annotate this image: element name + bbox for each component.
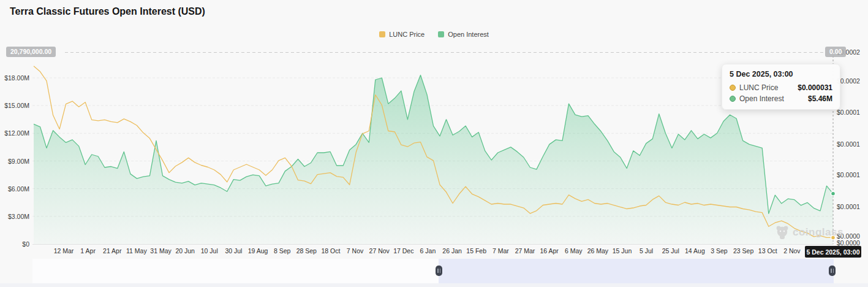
tooltip-row-lunc-price: LUNC Price $0.000031 [730,83,832,92]
legend-item-open-interest[interactable]: Open Interest [438,31,489,38]
x-axis-label: 18 Oct [321,247,340,254]
x-axis-label: 5 Jul [640,247,653,254]
x-axis-label: 15 Feb [466,247,486,254]
navigator-selected-region[interactable] [439,259,834,283]
tooltip: 5 Dec 2025, 03:00 LUNC Price $0.000031 O… [722,64,840,110]
navigator-unselected-region[interactable] [32,259,439,283]
legend: LUNC Price Open Interest [0,31,868,38]
lunc-price-swatch-icon [379,31,385,37]
y-axis-left-label: $15.00M [1,102,29,109]
y-axis-left-label: $12.00M [1,129,29,137]
crosshair-date-badge: 5 Dec 2025, 03:00 [805,246,861,258]
x-axis-label: 16 Apr [540,247,558,254]
x-axis-label: 6 May [565,247,583,254]
plot-area[interactable] [34,52,833,244]
x-axis-label: 31 May [150,247,171,254]
x-axis-label: 8 Sep [274,247,290,254]
y-axis-right-label: $0.0001 [837,109,860,116]
x-axis-label: 10 Jul [201,247,218,254]
y-axis-left-label: $9.00M [1,158,29,165]
tooltip-row-open-interest: Open Interest $5.46M [730,94,832,103]
x-axis-label: 13 Oct [758,247,777,254]
x-axis-label: 3 Sep [711,247,727,254]
lunc-price-dot-icon [730,85,736,91]
legend-label: Open Interest [448,31,489,38]
tooltip-title: 5 Dec 2025, 03:00 [730,70,832,78]
x-axis-label: 7 Nov [347,247,363,254]
chart-title: Terra Classic Futures Open Interest (USD… [10,6,205,17]
x-axis-label: 7 Mar [492,247,509,254]
x-axis-label: 20 Jun [175,247,195,254]
bottom-strip [0,283,868,287]
x-axis-label: 17 Dec [393,247,413,254]
y-axis-right-label: $0.0001 [837,140,860,148]
open-interest-swatch-icon [438,31,444,37]
right-axis-top-badge: 0.00 [825,47,846,57]
x-axis-label: 30 Jul [225,247,242,254]
x-axis-label: 25 Jul [662,247,679,254]
x-axis-label: 26 Jan [442,247,462,254]
x-axis-label: 14 Aug [685,247,705,254]
open-interest-dot-icon [730,96,736,102]
tooltip-row-label: Open Interest [739,94,808,103]
y-axis-left-label: $6.00M [1,185,29,193]
x-axis-label: 6 Jan [420,247,436,254]
x-axis-label: 27 Nov [369,247,390,254]
y-axis-right-label: $0.0001 [837,203,860,210]
tooltip-row-value: $0.000031 [798,83,832,92]
x-axis-label: 1 Apr [80,247,96,254]
x-axis-label: 23 Sep [733,247,753,254]
x-axis-label: 19 Aug [248,247,268,254]
legend-label: LUNC Price [389,31,425,38]
navigator-handle-right[interactable] [829,266,836,276]
y-axis-right-label: $0.0001 [837,171,860,178]
x-axis-label: 11 May [126,247,147,254]
x-axis-label: 2 Nov [783,247,800,254]
navigator-handle-left[interactable] [436,266,442,276]
tooltip-row-label: LUNC Price [739,83,798,92]
x-axis-label: 28 Sep [296,247,317,254]
tooltip-row-value: $5.46M [808,94,832,103]
x-axis-label: 12 Mar [54,247,74,254]
x-axis-label: 15 Jun [613,247,632,254]
legend-item-lunc-price[interactable]: LUNC Price [379,31,425,38]
y-axis-left-label: $3.00M [1,213,29,220]
y-axis-left-label: $18.00M [1,74,29,82]
x-axis-label: 21 Apr [103,247,121,254]
x-axis-label: 26 May [587,247,608,254]
x-axis-label: 27 Mar [515,247,535,254]
y-axis-left-label: $0 [1,240,29,248]
